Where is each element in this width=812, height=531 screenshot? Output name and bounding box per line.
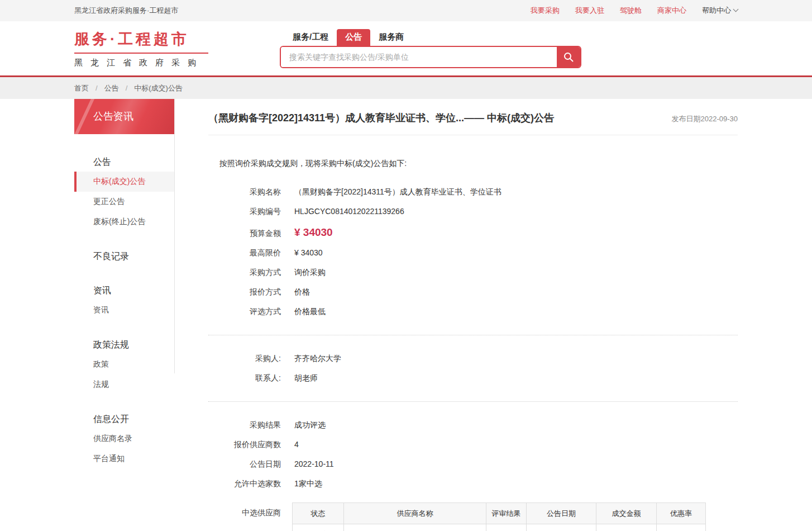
cell-discount-rate: 8.90% bbox=[657, 524, 706, 531]
link-cockpit[interactable]: 驾驶舱 bbox=[620, 6, 642, 16]
col-discount-rate: 优惠率 bbox=[657, 503, 706, 524]
field-value: 胡老师 bbox=[294, 374, 318, 382]
col-status: 状态 bbox=[293, 503, 344, 524]
field-supplier-count: 报价供应商数 4 bbox=[208, 440, 738, 449]
sidebar: 公告资讯 公告 中标(成交)公告 更正公告 废标(终止)公告 不良记录 资讯 资… bbox=[74, 99, 175, 486]
procurement-fields: 采购名称 （黑财购备字[2022]14311号）成人教育毕业证书、学位证书 采购… bbox=[208, 188, 738, 316]
field-label: 公告日期 bbox=[208, 460, 281, 468]
search-tabs: 服务/工程 公告 服务商 bbox=[284, 29, 581, 46]
breadcrumb-home[interactable]: 首页 bbox=[74, 83, 89, 93]
sidebar-group-title[interactable]: 政策法规 bbox=[74, 336, 175, 354]
field-procurement-number: 采购编号 HLJGCYC08140120221139266 bbox=[208, 207, 738, 216]
col-supplier-name: 供应商名称 bbox=[344, 503, 486, 524]
top-links: 我要采购 我要入驻 驾驶舱 商家中心 帮助中心 bbox=[531, 6, 738, 16]
col-review-result: 评审结果 bbox=[486, 503, 527, 524]
link-i-want-to-buy[interactable]: 我要采购 bbox=[531, 6, 560, 16]
table-header-row: 状态 供应商名称 评审结果 公告日期 成交金额 优惠率 bbox=[293, 503, 706, 524]
tab-announcement[interactable]: 公告 bbox=[337, 29, 370, 46]
selected-supplier-table: 状态 供应商名称 评审结果 公告日期 成交金额 优惠率 现成交 中融防伪技术（浙… bbox=[292, 502, 706, 531]
sidebar-item-platform-notice[interactable]: 平台通知 bbox=[74, 449, 175, 469]
field-label: 中选供应商 bbox=[208, 502, 281, 517]
tab-service-project[interactable]: 服务/工程 bbox=[284, 29, 337, 46]
breadcrumb-separator: / bbox=[126, 84, 128, 92]
search-icon bbox=[563, 51, 574, 63]
field-procurement-result: 采购结果 成功评选 bbox=[208, 421, 738, 429]
field-label: 允许中选家数 bbox=[208, 480, 281, 488]
contact-fields: 采购人: 齐齐哈尔大学 联系人: 胡老师 bbox=[208, 354, 738, 382]
site-title: 黑龙江省政府采购服务·工程超市 bbox=[74, 6, 178, 16]
publish-date: 发布日期2022-09-30 bbox=[672, 114, 738, 124]
field-value: 齐齐哈尔大学 bbox=[294, 354, 341, 363]
field-quote-method: 报价方式 价格 bbox=[208, 288, 738, 296]
site-logo[interactable]: 服务·工程超市 黑龙江省政府采购 bbox=[74, 29, 208, 68]
sidebar-group-bad-records: 不良记录 bbox=[74, 248, 175, 266]
chevron-down-icon bbox=[733, 7, 739, 12]
sidebar-item-award-announcement[interactable]: 中标(成交)公告 bbox=[74, 172, 175, 192]
search-button[interactable] bbox=[557, 47, 580, 67]
breadcrumb-separator: / bbox=[95, 84, 98, 92]
breadcrumb-current: 中标(成交)公告 bbox=[134, 83, 183, 93]
cell-review-result: 中选 bbox=[486, 524, 527, 531]
help-center-label: 帮助中心 bbox=[702, 6, 731, 15]
field-label: 评选方式 bbox=[208, 307, 281, 316]
link-merchant-center[interactable]: 商家中心 bbox=[657, 6, 686, 16]
field-evaluation-method: 评选方式 价格最低 bbox=[208, 307, 738, 316]
field-budget-amount: 预算金额 ¥ 34030 bbox=[208, 227, 738, 238]
budget-amount-value: ¥ 34030 bbox=[294, 227, 333, 238]
field-label: 采购编号 bbox=[208, 207, 281, 216]
sidebar-group-title[interactable]: 资讯 bbox=[74, 282, 175, 300]
cell-status: 现成交 bbox=[293, 524, 344, 531]
cell-announcement-date: 2022-10-11 bbox=[527, 524, 596, 531]
cell-deal-amount: 31000.01 bbox=[596, 524, 657, 531]
field-value: （黑财购备字[2022]14311号）成人教育毕业证书、学位证书 bbox=[294, 188, 501, 196]
help-center-menu[interactable]: 帮助中心 bbox=[702, 6, 738, 16]
field-value: 价格 bbox=[294, 288, 310, 296]
logo-title: 服务·工程超市 bbox=[74, 29, 208, 54]
field-purchaser: 采购人: 齐齐哈尔大学 bbox=[208, 354, 738, 363]
sidebar-item-supplier-directory[interactable]: 供应商名录 bbox=[74, 429, 175, 449]
table-row: 现成交 中融防伪技术（浙江台州）有限公司 中选 2022-10-11 31000… bbox=[293, 524, 706, 531]
sidebar-group-title[interactable]: 公告 bbox=[74, 153, 175, 172]
field-value: 成功评选 bbox=[294, 421, 326, 429]
sidebar-group-announcement: 公告 中标(成交)公告 更正公告 废标(终止)公告 bbox=[74, 153, 175, 232]
field-label: 采购结果 bbox=[208, 421, 281, 429]
field-announcement-date: 公告日期 2022-10-11 bbox=[208, 460, 738, 468]
search-box bbox=[280, 46, 581, 68]
sidebar-group-policy: 政策法规 政策 法规 bbox=[74, 336, 175, 395]
col-deal-amount: 成交金额 bbox=[596, 503, 657, 524]
field-allowed-winners: 允许中选家数 1家中选 bbox=[208, 480, 738, 488]
sidebar-item-correction-announcement[interactable]: 更正公告 bbox=[74, 192, 175, 212]
sidebar-banner: 公告资讯 bbox=[74, 99, 175, 134]
main-content: （黑财购备字[2022]14311号）成人教育毕业证书、学位...—— 中标(成… bbox=[208, 99, 738, 531]
intro-text: 按照询价采购成交规则，现将采购中标(成交)公告如下: bbox=[219, 159, 738, 169]
field-procurement-method: 采购方式 询价采购 bbox=[208, 268, 738, 277]
tab-service-provider[interactable]: 服务商 bbox=[370, 29, 412, 46]
breadcrumb: 首页 / 公告 / 中标(成交)公告 bbox=[74, 77, 738, 99]
sidebar-item-regulation[interactable]: 法规 bbox=[74, 374, 175, 395]
divider bbox=[208, 335, 738, 335]
sidebar-group-title[interactable]: 信息公开 bbox=[74, 410, 175, 429]
sidebar-nav: 公告 中标(成交)公告 更正公告 废标(终止)公告 不良记录 资讯 资讯 政策法… bbox=[74, 134, 175, 486]
field-label: 最高限价 bbox=[208, 249, 281, 257]
sidebar-group-title[interactable]: 不良记录 bbox=[74, 248, 175, 266]
search-input[interactable] bbox=[281, 47, 557, 67]
cell-supplier-name: 中融防伪技术（浙江台州）有限公司 bbox=[344, 524, 486, 531]
field-value: ¥ 34030 bbox=[294, 249, 323, 257]
search-area: 服务/工程 公告 服务商 bbox=[280, 29, 581, 68]
result-fields: 采购结果 成功评选 报价供应商数 4 公告日期 2022-10-11 允许中选家… bbox=[208, 421, 738, 531]
field-label: 报价方式 bbox=[208, 288, 281, 296]
col-announcement-date: 公告日期 bbox=[527, 503, 596, 524]
breadcrumb-announcement[interactable]: 公告 bbox=[104, 83, 119, 93]
top-utility-bar: 黑龙江省政府采购服务·工程超市 我要采购 我要入驻 驾驶舱 商家中心 帮助中心 bbox=[0, 0, 812, 21]
link-i-want-to-join[interactable]: 我要入驻 bbox=[575, 6, 604, 16]
sidebar-item-policy[interactable]: 政策 bbox=[74, 354, 175, 374]
field-selected-supplier: 中选供应商 状态 供应商名称 评审结果 公告日期 成交金额 优惠率 bbox=[208, 502, 738, 531]
field-label: 报价供应商数 bbox=[208, 440, 281, 449]
sidebar-item-cancel-announcement[interactable]: 废标(终止)公告 bbox=[74, 212, 175, 232]
field-label: 联系人: bbox=[208, 374, 281, 382]
divider bbox=[208, 401, 738, 402]
breadcrumb-bar: 首页 / 公告 / 中标(成交)公告 bbox=[0, 77, 812, 99]
divider bbox=[208, 135, 738, 135]
sidebar-item-news[interactable]: 资讯 bbox=[74, 300, 175, 320]
field-value: 询价采购 bbox=[294, 268, 326, 277]
